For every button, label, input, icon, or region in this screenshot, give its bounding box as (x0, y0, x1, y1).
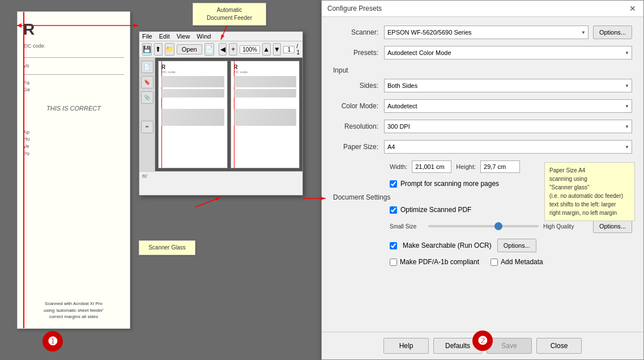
sidebar-pages-btn[interactable]: 📄 (141, 61, 153, 73)
doc-ap: ApHuVePo (23, 129, 124, 157)
bottom-checkboxes: Make PDF/A-1b compliant Add Metadata (333, 258, 632, 266)
metadata-label: Add Metadata (501, 258, 543, 266)
dialog-close-button[interactable]: ✕ (628, 4, 638, 13)
zoom-display: 100% (240, 45, 260, 54)
scan-p2-title: R (234, 64, 297, 70)
optimize-checkbox[interactable] (390, 206, 397, 214)
doc-vo: Vo (23, 62, 124, 70)
doc-divider (23, 57, 124, 58)
close-footer-button[interactable]: Close (536, 338, 582, 354)
scanner-sidebar: 📄 🔖 📎 ✏ (139, 58, 155, 171)
menu-wind[interactable]: Wind (197, 33, 211, 40)
input-section-label: Input (333, 66, 632, 74)
resolution-select[interactable]: 300 DPI (384, 120, 632, 133)
height-label: Height: (456, 163, 476, 170)
high-quality-label: High Quality (543, 223, 588, 230)
quality-options-button[interactable]: Options... (593, 219, 632, 233)
ocr-options-button[interactable]: Options... (497, 239, 536, 252)
presets-label: Presets: (333, 49, 384, 57)
ocr-checkbox[interactable] (390, 242, 397, 249)
scanner-control: EPSON WF-5620/5690 Series Options... (384, 26, 632, 39)
sides-select-wrapper: Both Sides (384, 79, 632, 92)
scanner-app-window: File Edit View Wind 💾 ⬆ 📁 Open 📄 ◀ + 100… (139, 31, 303, 196)
scanner-select[interactable]: EPSON WF-5620/5690 Series (384, 26, 588, 39)
scanner-toolbar: 💾 ⬆ 📁 Open 📄 ◀ + 100% ▲ ▼ / 1 (139, 41, 302, 58)
doc-pa: PaGe (23, 79, 124, 94)
pdf-a-checkbox[interactable] (390, 259, 397, 266)
doc-divider2 (23, 74, 124, 75)
scan-p1-blur1 (161, 76, 224, 87)
upload-btn-icon[interactable]: ⬆ (154, 43, 163, 56)
scan-p2-blur3 (234, 109, 297, 126)
scanner-pages-area: R ZIC code: R ZIC code: (155, 58, 302, 171)
paper-size-label: Paper Size: (333, 143, 384, 151)
scan-page-1: R ZIC code: (158, 61, 228, 168)
color-mode-select-wrapper: Autodetect (384, 99, 632, 113)
paper-size-row: Paper Size: A4 (333, 140, 632, 154)
menu-view[interactable]: View (177, 33, 190, 40)
height-input[interactable] (480, 160, 520, 173)
quality-slider-thumb[interactable] (494, 222, 502, 230)
sides-row: Sides: Both Sides (333, 79, 632, 92)
badge-1: ❶ (42, 331, 63, 351)
scan-p2-zic: ZIC code: (234, 70, 297, 74)
scan-p1-blur2 (161, 89, 224, 98)
color-mode-row: Color Mode: Autodetect (333, 99, 632, 113)
sides-control: Both Sides (384, 79, 632, 92)
resolution-label: Resolution: (333, 122, 384, 130)
scanner-options-button[interactable]: Options... (593, 26, 632, 39)
doc-zic: ZIC code: (23, 43, 124, 49)
width-input[interactable] (412, 160, 451, 173)
configure-presets-dialog: Configure Presets ✕ Scanner: EPSON WF-56… (321, 0, 644, 360)
tooltip-papersize: Paper Size A4scanning using"Scanner glas… (544, 162, 635, 221)
page-navigation: / 1 (283, 43, 300, 56)
save-button[interactable]: Save (487, 338, 532, 354)
prompt-checkbox[interactable] (390, 180, 397, 188)
add-btn[interactable]: + (229, 43, 237, 56)
save-btn-icon[interactable]: 💾 (142, 43, 152, 56)
bottom-note: Scanned with Acrobat XI Prousing 'automa… (18, 298, 130, 323)
quality-row: Small Size High Quality Options... (333, 219, 632, 233)
presets-select[interactable]: Autodetect Color Mode (384, 46, 632, 60)
down-btn[interactable]: ▼ (273, 43, 282, 56)
scan-p2-blur2 (234, 89, 297, 98)
correct-label: THIS IS CORRECT (23, 105, 124, 112)
folder-btn-icon[interactable]: 📁 (165, 43, 174, 56)
dialog-titlebar: Configure Presets ✕ (322, 1, 643, 17)
export-btn-icon[interactable]: 📄 (204, 43, 214, 56)
resolution-select-wrapper: 300 DPI (384, 120, 632, 133)
back-btn[interactable]: ◀ (219, 43, 227, 56)
scan-p1-title: R (161, 64, 224, 70)
paper-size-select-wrapper: A4 (384, 140, 632, 154)
color-mode-select[interactable]: Autodetect (384, 99, 632, 113)
prompt-label: Prompt for scanning more pages (400, 180, 499, 188)
dialog-body: Scanner: EPSON WF-5620/5690 Series Optio… (322, 17, 643, 280)
help-button[interactable]: Help (383, 338, 429, 354)
page-number-input[interactable] (283, 46, 295, 53)
menu-file[interactable]: File (142, 33, 152, 40)
color-mode-control: Autodetect (384, 99, 632, 113)
ocr-row: Make Searchable (Run OCR) Options... (333, 239, 632, 252)
open-button[interactable]: Open (177, 44, 202, 54)
tooltip-adf: Configure Presets AutomaticDocument Feed… (193, 3, 266, 26)
scanner-select-wrapper: EPSON WF-5620/5690 Series (384, 26, 588, 39)
sidebar-bookmark-btn[interactable]: 🔖 (141, 76, 153, 88)
sidebar-sign-btn[interactable]: ✏ (141, 121, 153, 133)
metadata-checkbox[interactable] (491, 259, 498, 266)
scan-p2-blur1 (234, 76, 297, 87)
ocr-label: Make Searchable (Run OCR) (403, 242, 492, 249)
pdf-a-label: Make PDF/A-1b compliant (400, 258, 479, 266)
scan-page-2: R ZIC code: (231, 61, 300, 168)
scanner-menubar: File Edit View Wind (139, 32, 302, 41)
resolution-row: Resolution: 300 DPI (333, 120, 632, 133)
sidebar-attach-btn[interactable]: 📎 (141, 91, 153, 104)
doc-title: R (23, 20, 124, 39)
paper-size-select[interactable]: A4 (384, 140, 632, 154)
menu-edit[interactable]: Edit (159, 33, 170, 40)
optimize-label: Optimize Scanned PDF (400, 206, 471, 214)
sides-select[interactable]: Both Sides (384, 79, 632, 92)
dialog-title: Configure Presets (327, 5, 382, 12)
up-btn[interactable]: ▲ (262, 43, 271, 56)
scanner-row: Scanner: EPSON WF-5620/5690 Series Optio… (333, 26, 632, 39)
scanner-statusbar: R/ (139, 171, 302, 183)
